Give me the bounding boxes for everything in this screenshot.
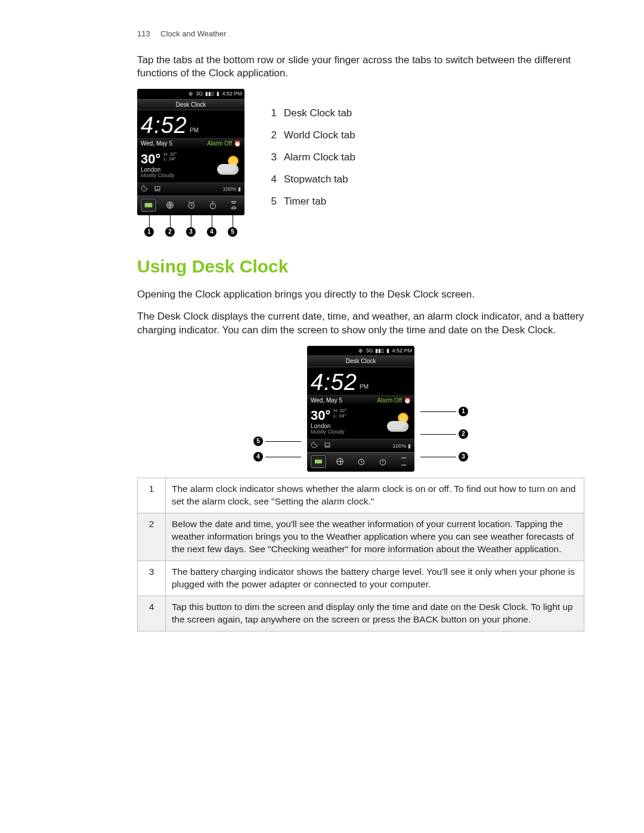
dock-icon[interactable]: [154, 185, 161, 194]
desk-clock-para-1: Opening the Clock application brings you…: [137, 288, 584, 302]
timer-tab[interactable]: [397, 456, 411, 467]
clock-time: 4:52: [311, 371, 357, 394]
signal-icon: ▮▮▯: [205, 90, 214, 97]
battery-indicator: 100% ▮: [222, 185, 241, 193]
intro-paragraph: Tap the tabs at the bottom row or slide …: [137, 54, 584, 81]
dim-button[interactable]: [311, 441, 318, 450]
legend-world-clock: World Clock tab: [284, 129, 355, 143]
callout-2: 2: [459, 429, 468, 439]
section-heading: Using Desk Clock: [137, 255, 584, 279]
clock-face: 4:52 PM: [137, 110, 244, 138]
figure-tabs: ⊕ 3G ▮▮▯ ▮ 4:52 PM Desk Clock 4:52 PM We…: [137, 89, 584, 236]
weather-panel[interactable]: 30° H: 32°L: 24° London Mostly Cloudy: [307, 406, 414, 439]
clock-time: 4:52: [141, 114, 187, 137]
legend-timer: Timer tab: [284, 195, 326, 209]
gps-icon: ⊕: [188, 90, 193, 97]
battery-icon: ▮: [386, 347, 389, 354]
network-indicator: 3G: [366, 347, 373, 354]
svg-rect-6: [315, 460, 322, 464]
explanation-text: The alarm clock indicator shows whether …: [166, 478, 584, 513]
world-clock-tab[interactable]: [163, 199, 177, 211]
weather-condition: Mostly Cloudy: [141, 173, 177, 179]
status-clock: 4:52 PM: [222, 90, 242, 97]
callout-1: 1: [459, 407, 468, 416]
status-clock: 4:52 PM: [392, 347, 412, 354]
running-header: 113 Clock and Weather: [137, 29, 584, 39]
status-bar: ⊕ 3G ▮▮▯ ▮ 4:52 PM: [137, 89, 244, 98]
phone-with-callouts: ⊕ 3G ▮▮▯ ▮ 4:52 PM Desk Clock 4:52 PM We…: [137, 89, 244, 236]
phone-screenshot: ⊕ 3G ▮▮▯ ▮ 4:52 PM Desk Clock 4:52 PM We…: [137, 89, 244, 215]
dim-button[interactable]: [141, 185, 148, 194]
tab-bar: [137, 196, 244, 215]
tab-callouts: 1 2 3 4 5: [137, 215, 244, 237]
clock-ampm: PM: [360, 383, 369, 394]
callout-5: 5: [228, 227, 237, 237]
callout-3: 3: [459, 452, 468, 462]
screen-title: Desk Clock: [137, 99, 244, 111]
svg-rect-5: [325, 443, 330, 446]
screen-title: Desk Clock: [307, 355, 414, 367]
stopwatch-tab[interactable]: [206, 199, 220, 211]
explanation-text: The battery charging indicator shows the…: [166, 561, 584, 596]
callout-4: 4: [207, 227, 216, 237]
clock-ampm: PM: [190, 126, 199, 137]
alarm-indicator[interactable]: Alarm Off ⏰: [377, 397, 411, 405]
explanation-text: Tap this button to dim the screen and di…: [166, 596, 584, 631]
timer-tab[interactable]: [227, 199, 241, 211]
section-title: Clock and Weather: [160, 29, 226, 38]
weather-icon: [217, 154, 241, 176]
callout-1: 1: [144, 227, 154, 237]
alarm-indicator[interactable]: Alarm Off ⏰: [207, 140, 241, 148]
weather-hilo: H: 32°L: 24°: [163, 152, 177, 163]
utility-row: 100% ▮: [137, 182, 244, 196]
stopwatch-tab[interactable]: [376, 456, 390, 467]
network-indicator: 3G: [196, 90, 203, 97]
svg-rect-1: [145, 203, 152, 207]
figure-desk-clock: ⊕ 3G ▮▮▯ ▮ 4:52 PM Desk Clock 4:52 PM We…: [137, 346, 584, 472]
callout-2: 2: [165, 227, 175, 237]
callout-5: 5: [253, 436, 263, 446]
tab-legend: 1Desk Clock tab 2World Clock tab 3Alarm …: [268, 107, 355, 217]
manual-page: 113 Clock and Weather Tap the tabs at th…: [0, 0, 644, 833]
explanation-text: Below the date and time, you'll see the …: [166, 513, 584, 561]
table-row: 3The battery charging indicator shows th…: [138, 561, 584, 596]
table-row: 2Below the date and time, you'll see the…: [138, 513, 584, 561]
legend-alarm-clock: Alarm Clock tab: [284, 151, 355, 165]
signal-icon: ▮▮▯: [375, 347, 384, 354]
alarm-clock-tab[interactable]: [184, 199, 199, 211]
desk-clock-tab[interactable]: [311, 455, 326, 468]
weather-temp: 30°: [141, 152, 160, 166]
desk-clock-para-2: The Desk Clock displays the current date…: [137, 310, 584, 337]
page-number: 113: [137, 29, 150, 38]
alarm-clock-tab[interactable]: [354, 456, 369, 467]
callout-3: 3: [186, 227, 196, 237]
callout-4: 4: [253, 452, 263, 462]
desk-clock-tab[interactable]: [141, 199, 156, 212]
battery-icon: ▮: [216, 90, 219, 97]
svg-rect-0: [155, 187, 160, 190]
battery-indicator: 100% ▮: [392, 442, 411, 450]
world-clock-tab[interactable]: [333, 456, 347, 467]
date-row: Wed, May 5 Alarm Off ⏰: [137, 138, 244, 150]
explanation-table: 1The alarm clock indicator shows whether…: [137, 478, 584, 631]
clock-date: Wed, May 5: [311, 397, 342, 405]
dock-icon[interactable]: [324, 441, 331, 450]
phone-screenshot-2: ⊕ 3G ▮▮▯ ▮ 4:52 PM Desk Clock 4:52 PM We…: [307, 346, 414, 472]
status-bar: ⊕ 3G ▮▮▯ ▮ 4:52 PM: [307, 346, 414, 355]
gps-icon: ⊕: [358, 347, 363, 354]
clock-date: Wed, May 5: [141, 140, 172, 148]
legend-stopwatch: Stopwatch tab: [284, 173, 348, 187]
table-row: 1The alarm clock indicator shows whether…: [138, 478, 584, 513]
table-row: 4Tap this button to dim the screen and d…: [138, 596, 584, 631]
legend-desk-clock: Desk Clock tab: [284, 107, 352, 120]
weather-panel[interactable]: 30° H: 32°L: 24° London Mostly Cloudy: [137, 150, 244, 182]
